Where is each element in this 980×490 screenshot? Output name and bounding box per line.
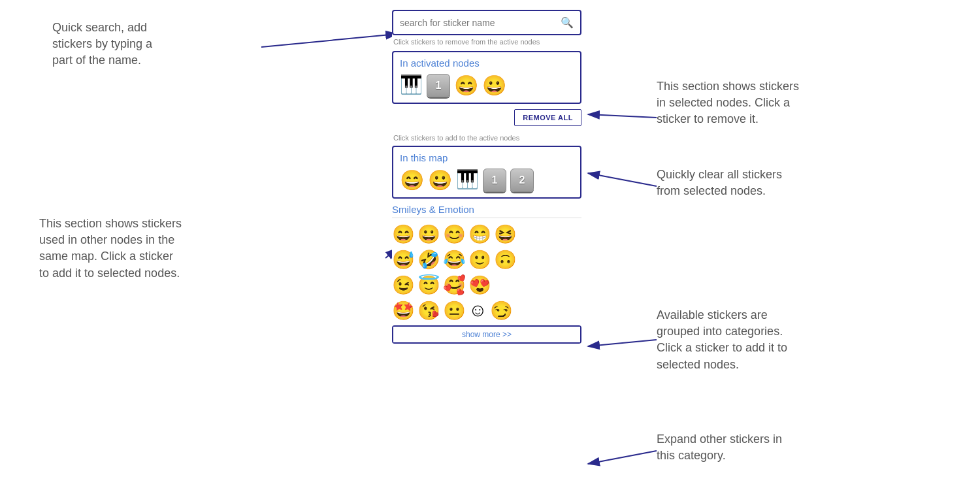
activated-stickers-row: 🎹 1 😄 😀 — [400, 74, 574, 97]
annotation-top-right: This section shows stickers in selected … — [657, 78, 911, 128]
activated-section: In activated nodes 🎹 1 😄 😀 — [392, 51, 581, 104]
sticker-grin[interactable]: 😄 — [454, 74, 478, 97]
annotation-bottom-right-top: Available stickers are grouped into cate… — [657, 307, 911, 373]
remove-all-button[interactable]: REMOVE ALL — [514, 109, 581, 126]
sticker-cat-12[interactable]: 😇 — [417, 274, 440, 296]
map-stickers-row: 😄 😀 🎹 1 2 — [400, 169, 574, 192]
sticker-keycap-1[interactable]: 1 — [427, 74, 450, 97]
remove-all-area: REMOVE ALL — [392, 104, 581, 131]
category-row-4: 🤩 😘 😐 ☺️ 😏 — [392, 300, 581, 321]
sticker-cat-15[interactable]: 🤩 — [392, 300, 415, 321]
category-row-3: 😉 😇 🥰 😍 — [392, 274, 581, 296]
annotation-bottom-right-bottom: Expand other stickers in this category. — [657, 431, 911, 464]
sticker-map-piano[interactable]: 🎹 — [456, 169, 479, 192]
sticker-piano[interactable]: 🎹 — [400, 74, 423, 97]
sticker-cat-6[interactable]: 😅 — [392, 249, 415, 270]
sticker-cat-18[interactable]: ☺️ — [468, 300, 487, 321]
sticker-map-keycap-1[interactable]: 1 — [483, 169, 506, 192]
show-more-area: show more >> — [392, 325, 581, 344]
annotation-mid-right: Quickly clear all stickers from selected… — [657, 167, 911, 199]
sticker-cat-9[interactable]: 🙂 — [468, 249, 491, 270]
search-input[interactable] — [400, 18, 544, 28]
annotation-top-left: Quick search, add stickers by typing a p… — [52, 20, 255, 69]
activated-title: In activated nodes — [400, 57, 574, 69]
svg-line-6 — [588, 451, 657, 464]
search-box: 🔍 — [392, 10, 581, 35]
sticker-cat-3[interactable]: 😊 — [443, 223, 466, 245]
sticker-cat-14[interactable]: 😍 — [468, 274, 491, 296]
sticker-map-smile[interactable]: 😀 — [428, 169, 452, 192]
svg-line-3 — [588, 173, 657, 186]
sticker-cat-11[interactable]: 😉 — [392, 274, 415, 296]
sticker-cat-13[interactable]: 🥰 — [443, 274, 466, 296]
center-panel: 🔍 Click stickers to remove from the acti… — [392, 10, 581, 346]
sticker-map-keycap-2[interactable]: 2 — [510, 169, 534, 192]
search-icon: 🔍 — [561, 16, 574, 29]
sticker-cat-8[interactable]: 😂 — [443, 249, 466, 270]
svg-line-2 — [588, 114, 657, 118]
search-hint: Click stickers to remove from the active… — [392, 35, 581, 51]
category-title: Smileys & Emotion — [392, 204, 581, 218]
svg-line-1 — [261, 34, 397, 47]
category-section: Smileys & Emotion 😄 😀 😊 😁 😆 😅 🤣 😂 🙂 🙃 😉 — [392, 199, 581, 346]
show-more-button[interactable]: show more >> — [393, 327, 580, 342]
add-hint: Click stickers to add to the active node… — [392, 131, 581, 146]
annotation-mid-left: This section shows stickers used in othe… — [39, 216, 287, 282]
page: Quick search, add stickers by typing a p… — [0, 0, 980, 490]
svg-line-5 — [588, 340, 657, 346]
sticker-cat-2[interactable]: 😀 — [417, 223, 440, 245]
map-section: In this map 😄 😀 🎹 1 2 — [392, 146, 581, 199]
sticker-cat-16[interactable]: 😘 — [417, 300, 440, 321]
map-title: In this map — [400, 152, 574, 163]
sticker-cat-1[interactable]: 😄 — [392, 223, 415, 245]
sticker-cat-17[interactable]: 😐 — [443, 300, 466, 321]
sticker-cat-5[interactable]: 😆 — [494, 223, 517, 245]
sticker-smile[interactable]: 😀 — [482, 74, 506, 97]
sticker-map-grin[interactable]: 😄 — [400, 169, 424, 192]
category-row-2: 😅 🤣 😂 🙂 🙃 — [392, 249, 581, 270]
category-row-1: 😄 😀 😊 😁 😆 — [392, 223, 581, 245]
sticker-cat-7[interactable]: 🤣 — [417, 249, 440, 270]
sticker-cat-10[interactable]: 🙃 — [494, 249, 517, 270]
sticker-cat-4[interactable]: 😁 — [468, 223, 491, 245]
sticker-cat-19[interactable]: 😏 — [490, 300, 513, 321]
